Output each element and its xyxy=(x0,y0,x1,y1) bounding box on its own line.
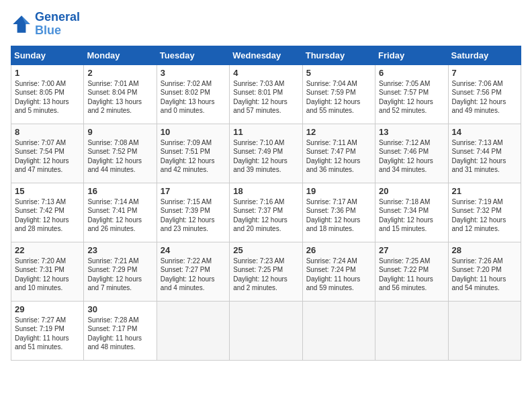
weekday-header: Wednesday xyxy=(230,46,302,64)
daylight-hours-text: Daylight: 12 hours xyxy=(233,275,298,284)
sunset-text: Sunset: 7:19 PM xyxy=(15,324,80,334)
calendar-cell: 25Sunrise: 7:23 AMSunset: 7:25 PMDayligh… xyxy=(230,242,302,301)
daylight-hours-text: Daylight: 12 hours xyxy=(87,216,152,225)
weekday-header: Friday xyxy=(375,46,448,64)
sunrise-text: Sunrise: 7:05 AM xyxy=(379,79,444,89)
day-number: 23 xyxy=(87,245,152,255)
sunrise-text: Sunrise: 7:08 AM xyxy=(87,138,152,148)
day-number: 11 xyxy=(233,127,298,137)
daylight-hours-text: Daylight: 12 hours xyxy=(306,97,371,107)
daylight-hours-text: Daylight: 12 hours xyxy=(379,97,444,107)
sunset-text: Sunset: 8:01 PM xyxy=(233,88,298,97)
calendar-week-row: 8Sunrise: 7:07 AMSunset: 7:54 PMDaylight… xyxy=(11,124,521,183)
calendar-cell: 13Sunrise: 7:12 AMSunset: 7:46 PMDayligh… xyxy=(375,124,448,183)
sunrise-text: Sunrise: 7:12 AM xyxy=(379,138,444,148)
daylight-hours-text: Daylight: 11 hours xyxy=(87,334,152,343)
daylight-hours-text: Daylight: 12 hours xyxy=(87,156,152,166)
daylight-hours-text: Daylight: 12 hours xyxy=(379,216,444,225)
day-number: 25 xyxy=(233,245,298,255)
daylight-hours-text: Daylight: 12 hours xyxy=(452,97,517,107)
daylight-minutes-text: and 57 minutes. xyxy=(233,106,298,116)
daylight-minutes-text: and 26 minutes. xyxy=(87,224,152,234)
page-header: General Blue xyxy=(11,11,521,38)
sunrise-text: Sunrise: 7:22 AM xyxy=(161,257,226,266)
calendar-cell: 21Sunrise: 7:19 AMSunset: 7:32 PMDayligh… xyxy=(448,183,521,242)
calendar-cell xyxy=(375,301,448,360)
daylight-minutes-text: and 49 minutes. xyxy=(452,106,517,116)
sunrise-text: Sunrise: 7:10 AM xyxy=(233,138,298,148)
daylight-hours-text: Daylight: 13 hours xyxy=(161,97,226,107)
day-number: 28 xyxy=(452,245,517,255)
daylight-hours-text: Daylight: 11 hours xyxy=(452,275,517,284)
daylight-hours-text: Daylight: 12 hours xyxy=(15,156,80,166)
daylight-minutes-text: and 56 minutes. xyxy=(379,283,444,293)
sunrise-text: Sunrise: 7:13 AM xyxy=(15,197,80,207)
calendar-week-row: 1Sunrise: 7:00 AMSunset: 8:05 PMDaylight… xyxy=(11,64,521,124)
day-number: 8 xyxy=(15,127,80,137)
sunrise-text: Sunrise: 7:09 AM xyxy=(161,138,226,148)
day-number: 21 xyxy=(452,186,517,196)
daylight-hours-text: Daylight: 11 hours xyxy=(306,275,371,284)
calendar-cell: 16Sunrise: 7:14 AMSunset: 7:41 PMDayligh… xyxy=(84,183,157,242)
daylight-hours-text: Daylight: 12 hours xyxy=(233,216,298,225)
sunrise-text: Sunrise: 7:27 AM xyxy=(15,316,80,325)
sunset-text: Sunset: 7:56 PM xyxy=(452,88,517,97)
daylight-hours-text: Daylight: 12 hours xyxy=(15,275,80,284)
calendar-body: 1Sunrise: 7:00 AMSunset: 8:05 PMDaylight… xyxy=(11,64,521,360)
day-number: 29 xyxy=(15,304,80,314)
sunset-text: Sunset: 7:36 PM xyxy=(306,206,371,216)
daylight-hours-text: Daylight: 12 hours xyxy=(87,275,152,284)
daylight-hours-text: Daylight: 12 hours xyxy=(161,156,226,166)
calendar-cell xyxy=(302,301,375,360)
sunset-text: Sunset: 7:25 PM xyxy=(233,265,298,275)
day-number: 22 xyxy=(15,245,80,255)
day-number: 15 xyxy=(15,186,80,196)
daylight-minutes-text: and 44 minutes. xyxy=(87,165,152,175)
sunset-text: Sunset: 7:47 PM xyxy=(306,147,371,156)
day-number: 9 xyxy=(87,127,152,137)
sunset-text: Sunset: 7:41 PM xyxy=(87,206,152,216)
calendar-cell: 22Sunrise: 7:20 AMSunset: 7:31 PMDayligh… xyxy=(11,242,84,301)
day-number: 24 xyxy=(161,245,226,255)
daylight-minutes-text: and 2 minutes. xyxy=(87,106,152,116)
daylight-minutes-text: and 20 minutes. xyxy=(233,224,298,234)
weekday-header: Sunday xyxy=(11,46,84,64)
calendar-cell: 23Sunrise: 7:21 AMSunset: 7:29 PMDayligh… xyxy=(84,242,157,301)
daylight-hours-text: Daylight: 11 hours xyxy=(379,275,444,284)
sunrise-text: Sunrise: 7:03 AM xyxy=(233,79,298,89)
calendar-cell: 10Sunrise: 7:09 AMSunset: 7:51 PMDayligh… xyxy=(157,124,229,183)
sunrise-text: Sunrise: 7:04 AM xyxy=(306,79,371,89)
daylight-minutes-text: and 31 minutes. xyxy=(452,165,517,175)
daylight-minutes-text: and 48 minutes. xyxy=(87,342,152,352)
sunset-text: Sunset: 8:04 PM xyxy=(87,88,152,97)
calendar-week-row: 15Sunrise: 7:13 AMSunset: 7:42 PMDayligh… xyxy=(11,183,521,242)
weekday-header: Thursday xyxy=(302,46,375,64)
calendar-cell: 6Sunrise: 7:05 AMSunset: 7:57 PMDaylight… xyxy=(375,64,448,124)
calendar-cell: 28Sunrise: 7:26 AMSunset: 7:20 PMDayligh… xyxy=(448,242,521,301)
daylight-minutes-text: and 7 minutes. xyxy=(87,283,152,293)
sunrise-text: Sunrise: 7:01 AM xyxy=(87,79,152,89)
sunrise-text: Sunrise: 7:14 AM xyxy=(87,197,152,207)
sunset-text: Sunset: 7:49 PM xyxy=(233,147,298,156)
sunrise-text: Sunrise: 7:02 AM xyxy=(161,79,226,89)
daylight-minutes-text: and 18 minutes. xyxy=(306,224,371,234)
sunrise-text: Sunrise: 7:17 AM xyxy=(306,197,371,207)
calendar-cell: 30Sunrise: 7:28 AMSunset: 7:17 PMDayligh… xyxy=(84,301,157,360)
day-number: 13 xyxy=(379,127,444,137)
day-number: 16 xyxy=(87,186,152,196)
sunrise-text: Sunrise: 7:26 AM xyxy=(452,257,517,266)
sunrise-text: Sunrise: 7:07 AM xyxy=(15,138,80,148)
day-number: 10 xyxy=(161,127,226,137)
daylight-hours-text: Daylight: 11 hours xyxy=(15,334,80,343)
sunset-text: Sunset: 7:32 PM xyxy=(452,206,517,216)
day-number: 14 xyxy=(452,127,517,137)
daylight-hours-text: Daylight: 12 hours xyxy=(233,156,298,166)
calendar-cell xyxy=(157,301,229,360)
day-number: 19 xyxy=(306,186,371,196)
sunset-text: Sunset: 7:57 PM xyxy=(379,88,444,97)
sunset-text: Sunset: 7:46 PM xyxy=(379,147,444,156)
day-number: 3 xyxy=(161,68,226,78)
sunset-text: Sunset: 7:24 PM xyxy=(306,265,371,275)
daylight-minutes-text: and 2 minutes. xyxy=(233,283,298,293)
sunset-text: Sunset: 7:54 PM xyxy=(15,147,80,156)
